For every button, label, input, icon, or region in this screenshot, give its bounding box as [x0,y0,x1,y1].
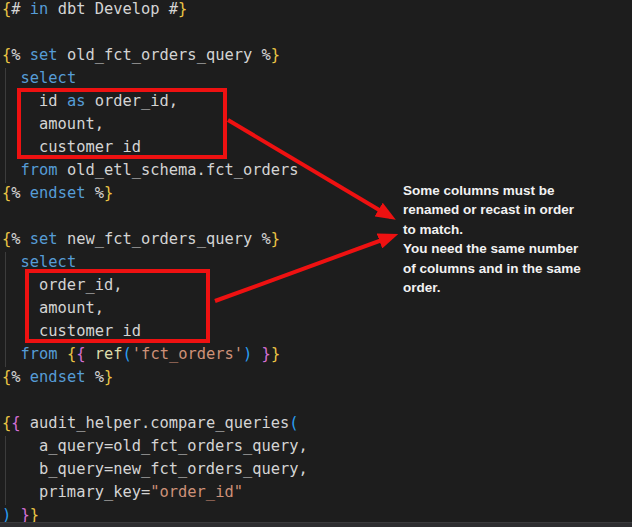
code-editor-screenshot: {# in dbt Develop #} {% set old_fct_orde… [0,0,632,527]
code-editor-text[interactable]: {# in dbt Develop #} {% set old_fct_orde… [2,0,308,527]
indent-guide [5,252,6,367]
note-line: of columns and in the same [403,259,618,278]
note-line: Some columns must be [403,181,618,200]
annotation-note: Some columns must be renamed or recast i… [403,181,618,297]
bottom-edge-strip [0,522,632,527]
indent-guide [5,68,6,183]
indent-guide [5,436,6,505]
note-line: order. [403,278,618,297]
note-line: You need the same number [403,239,618,258]
note-line: renamed or recast in order [403,200,618,219]
note-line: to match. [403,220,618,239]
